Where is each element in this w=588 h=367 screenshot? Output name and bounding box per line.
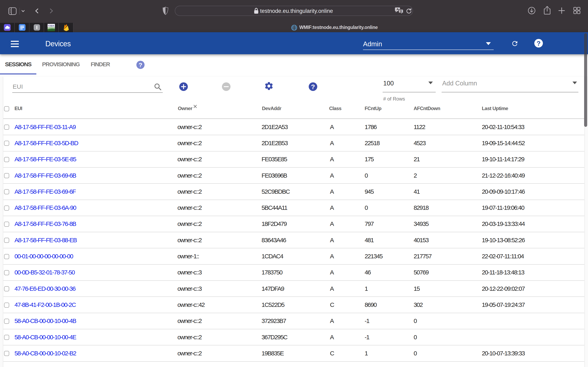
svg-text:USDA: USDA: [48, 25, 54, 27]
svg-text:A: A: [397, 8, 399, 11]
svg-text:文: 文: [399, 10, 402, 13]
